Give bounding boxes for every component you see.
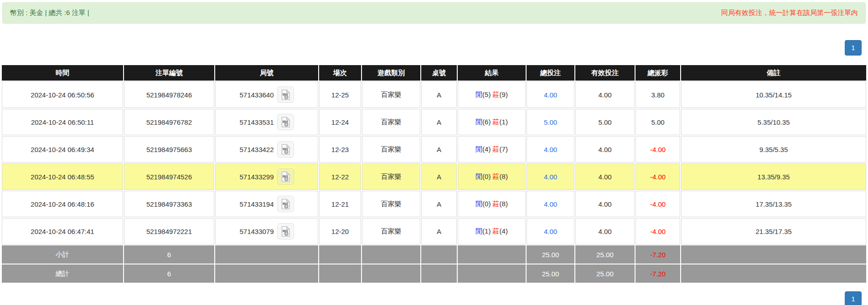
cell-bet-id: 521984978246	[124, 81, 214, 108]
cell-game-type: 百家樂	[362, 163, 420, 190]
cell-valid-bet: 4.00	[575, 81, 635, 108]
col-header-session: 場次	[319, 65, 361, 81]
total-bet-link[interactable]: 4.00	[544, 146, 557, 153]
cell-session: 12-21	[319, 191, 361, 217]
cell-time: 2024-10-24 06:50:56	[2, 81, 123, 108]
footer-total-bet: 25.00	[527, 245, 574, 264]
video-file-icon	[280, 89, 291, 101]
cell-table-no: A	[421, 163, 457, 190]
video-replay-button[interactable]	[277, 86, 294, 103]
round-id-wrap: 571433640	[217, 86, 316, 103]
cell-valid-bet: 4.00	[575, 191, 635, 217]
footer-count: 6	[124, 264, 214, 283]
video-replay-button[interactable]	[277, 141, 294, 158]
footer-label: 小計	[2, 245, 123, 264]
cell-session: 12-22	[319, 163, 361, 190]
page-1-button[interactable]: 1	[845, 40, 862, 56]
footer-empty-remark	[681, 245, 866, 264]
total-bet-link[interactable]: 5.00	[544, 118, 557, 126]
col-header-table-no: 桌號	[421, 65, 457, 81]
col-header-time: 時間	[2, 65, 123, 81]
cell-result: 閒(1) 莊(4)	[458, 218, 526, 244]
table-body: 2024-10-24 06:50:56521984978246571433640…	[2, 81, 866, 283]
result-banker-label: 莊	[493, 227, 500, 235]
video-file-icon	[280, 171, 291, 183]
col-header-remark: 備註	[681, 65, 866, 81]
payout-value: -4.00	[650, 146, 666, 153]
video-replay-button[interactable]	[277, 114, 294, 130]
cell-round-id: 571433299	[215, 163, 318, 190]
result-player-score: (6)	[482, 118, 491, 126]
cell-game-type: 百家樂	[362, 81, 420, 108]
round-id-wrap: 571433531	[217, 114, 316, 130]
video-file-icon	[280, 117, 291, 128]
table-row: 2024-10-24 06:49:34521984975663571433422…	[2, 136, 866, 163]
cell-total-bet: 4.00	[527, 81, 574, 108]
table-row: 2024-10-24 06:47:41521984972221571433079…	[2, 218, 866, 244]
footer-count: 6	[124, 245, 214, 264]
col-header-valid-bet: 有效投注	[575, 65, 635, 81]
cell-result: 閒(0) 莊(8)	[458, 163, 526, 190]
cell-payout: -4.00	[636, 191, 680, 217]
cell-valid-bet: 5.00	[575, 109, 635, 135]
table-row: 2024-10-24 06:50:11521984976782571433531…	[2, 109, 866, 135]
result-banker-score: (8)	[500, 173, 508, 180]
round-id-text: 571433531	[239, 118, 274, 126]
total-bet-link[interactable]: 4.00	[544, 200, 557, 208]
subtotal-row: 小計625.0025.00-7.20	[2, 245, 866, 264]
cell-table-no: A	[421, 218, 457, 244]
payout-value: -4.00	[650, 228, 666, 235]
result-player-score: (0)	[482, 200, 491, 208]
cell-game-type: 百家樂	[362, 191, 420, 217]
result-banker-score: (9)	[500, 91, 508, 98]
cell-bet-id: 521984975663	[124, 136, 214, 163]
footer-total-bet: 25.00	[527, 264, 574, 283]
result-banker-score: (8)	[500, 200, 508, 208]
cell-round-id: 571433422	[215, 136, 318, 163]
round-id-text: 571433194	[239, 200, 274, 208]
video-replay-button[interactable]	[277, 168, 294, 185]
footer-empty-table	[421, 245, 457, 264]
result-banker-label: 莊	[493, 91, 500, 98]
col-header-total-bet: 總投注	[527, 65, 574, 81]
total-bet-link[interactable]: 4.00	[544, 91, 557, 99]
page-1-button[interactable]: 1	[845, 291, 862, 305]
footer-empty-result	[458, 264, 526, 283]
round-id-wrap: 571433299	[217, 168, 316, 185]
pagination-top: 1	[0, 40, 868, 56]
video-file-icon	[280, 144, 291, 155]
cell-session: 12-20	[319, 218, 361, 244]
video-replay-button[interactable]	[277, 196, 294, 212]
cell-valid-bet: 4.00	[575, 163, 635, 190]
cell-payout: -4.00	[636, 136, 680, 163]
result-player-label: 閒	[475, 227, 482, 235]
cell-game-type: 百家樂	[362, 136, 420, 163]
result-banker-label: 莊	[493, 200, 500, 208]
footer-valid-bet: 25.00	[575, 264, 635, 283]
result-banker-label: 莊	[493, 118, 500, 126]
cell-game-type: 百家樂	[362, 218, 420, 244]
table-header-row: 時間 注單編號 局號 場次 遊戲類別 桌號 結果 總投注 有效投注 總派彩 備註	[2, 65, 866, 81]
cell-remark: 13.35/9.35	[681, 163, 866, 190]
col-header-game-type: 遊戲類別	[362, 65, 420, 81]
round-id-text: 571433079	[239, 228, 274, 235]
total-bet-link[interactable]: 4.00	[544, 228, 557, 235]
result-player-score: (1)	[482, 227, 491, 235]
total-bet-link[interactable]: 4.00	[544, 173, 557, 181]
footer-empty-game	[362, 245, 420, 264]
cell-remark: 5.35/10.35	[681, 109, 866, 135]
footer-payout-value: -7.20	[650, 251, 666, 259]
cell-bet-id: 521984973363	[124, 191, 214, 217]
result-player-label: 閒	[475, 145, 482, 153]
video-replay-button[interactable]	[277, 223, 294, 239]
round-id-text: 571433422	[239, 146, 274, 153]
cell-valid-bet: 4.00	[575, 136, 635, 163]
pagination-bottom: 1	[0, 291, 868, 305]
footer-payout-value: -7.20	[650, 270, 666, 278]
table-row: 2024-10-24 06:50:56521984978246571433640…	[2, 81, 866, 108]
cell-total-bet: 4.00	[527, 163, 574, 190]
result-player-label: 閒	[475, 118, 482, 126]
cell-payout: -4.00	[636, 163, 680, 190]
cell-remark: 17.35/13.35	[681, 191, 866, 217]
cell-remark: 21.35/17.35	[681, 218, 866, 244]
